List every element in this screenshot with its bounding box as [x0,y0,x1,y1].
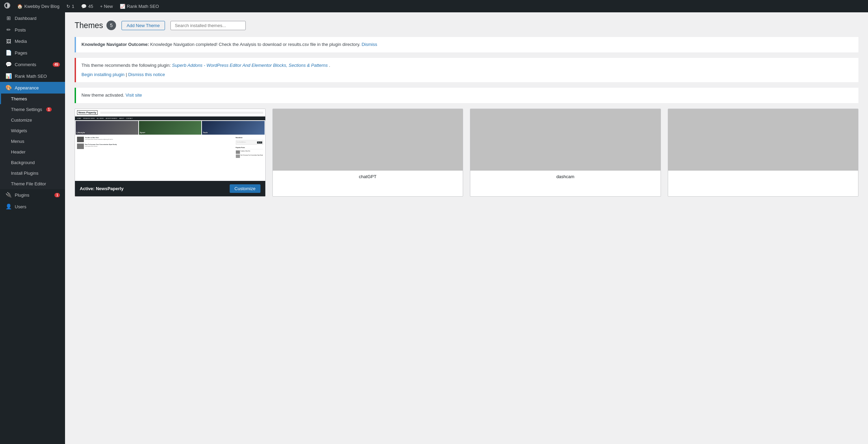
comments-icon: 💬 [81,4,87,9]
sidebar-item-install-plugins[interactable]: Install Plugins [0,168,65,178]
house-icon: 🏠 [17,4,23,9]
sidebar-item-dashboard[interactable]: ⊞ Dashboard [0,12,65,24]
posts-icon: ✏ [5,27,12,33]
comments-badge: 45 [53,62,60,67]
theme-card-newspaberly[interactable]: News Paperly HOME BREAKING NEWS ALL NEWS… [75,109,266,197]
sidebar-item-header[interactable]: Header [0,147,65,157]
add-new-theme-button[interactable]: Add New Theme [122,21,165,30]
admin-bar-new[interactable]: + New [100,4,113,9]
sidebar-item-media[interactable]: 🖼 Media [0,36,65,47]
sidebar-item-plugins[interactable]: 🔌 Plugins 1 [0,189,65,201]
sidebar-item-menus[interactable]: Menus [0,136,65,147]
np-cat-sport: Sport [139,121,202,135]
admin-bar-rank-math[interactable]: 📈 Rank Math SEO [120,4,159,9]
notice-warning: This theme recommends the following plug… [75,58,858,83]
appearance-icon: 🎨 [5,85,12,91]
theme-settings-badge: 1 [46,107,52,112]
updates-icon: ↻ [66,4,70,9]
np-article-img-1 [77,137,84,142]
theme-preview-dashcam [470,109,661,171]
np-cat-tech: Tech [202,121,265,135]
theme-card-dashcam[interactable]: dashcam [470,109,661,197]
sidebar-item-theme-settings[interactable]: Theme Settings 1 [0,104,65,115]
plugins-badge: 1 [54,193,60,197]
theme-card-empty[interactable] [668,109,859,197]
theme-name-chatgpt: chatGPT [273,171,463,183]
notice-info-dismiss-link[interactable]: Dismiss [361,42,377,47]
newspaper-preview: News Paperly HOME BREAKING NEWS ALL NEWS… [75,109,265,181]
media-icon: 🖼 [5,38,12,44]
admin-bar-comments[interactable]: 💬 45 [81,4,93,9]
users-icon: 👤 [5,204,12,210]
sidebar: ⊞ Dashboard ✏ Posts 🖼 Media 📄 Pages 💬 Co… [0,12,65,444]
search-input[interactable] [170,21,246,30]
themes-grid: News Paperly HOME BREAKING NEWS ALL NEWS… [75,109,858,197]
np-logo: News Paperly [77,110,98,115]
rank-math-icon: 📈 [120,4,125,9]
theme-preview-empty [668,109,858,171]
notice-success-visit-link[interactable]: Visit site [126,92,142,98]
sidebar-item-background[interactable]: Background [0,157,65,168]
sidebar-submenu-appearance: Themes Theme Settings 1 Customize Widget… [0,94,65,189]
dashboard-icon: ⊞ [5,15,12,21]
wp-logo-icon[interactable] [4,2,10,10]
np-article-img-2 [77,144,84,149]
sidebar-item-comments[interactable]: 💬 Comments 45 [0,59,65,70]
theme-active-label: Active: NewsPaperly [80,186,124,191]
plugins-icon: 🔌 [5,192,12,198]
themes-count-badge: 5 [106,21,116,30]
sidebar-item-users[interactable]: 👤 Users [0,201,65,212]
notice-warning-dismiss-link[interactable]: Dismiss this notice [128,72,165,77]
theme-name-empty [668,171,858,177]
notice-info: Knowledge Navigator Outcome: Knowledge N… [75,37,858,52]
sidebar-item-menus-wrapper: Menus ➜ [0,136,65,147]
pages-icon: 📄 [5,50,12,56]
sidebar-item-customize[interactable]: Customize [0,115,65,125]
np-categories: Lifestyle Sport Tech [75,120,265,135]
sidebar-item-rank-math[interactable]: 📊 Rank Math SEO [0,70,65,82]
sidebar-item-theme-file-editor[interactable]: Theme File Editor [0,178,65,189]
page-title: Themes 5 [75,21,116,30]
np-articles: Troubles in New York Lorem ipsum dolor s… [75,135,265,159]
admin-bar: 🏠 Kwebby Dev Blog ↻ 1 💬 45 + New 📈 Rank … [0,0,868,12]
notice-success: New theme activated. Visit site [75,88,858,103]
sidebar-item-posts[interactable]: ✏ Posts [0,24,65,36]
sidebar-item-appearance[interactable]: 🎨 Appearance [0,82,65,94]
rank-math-icon: 📊 [5,73,12,79]
sidebar-item-widgets[interactable]: Widgets [0,125,65,136]
sidebar-item-pages[interactable]: 📄 Pages [0,47,65,59]
admin-bar-updates[interactable]: ↻ 1 [66,4,74,9]
np-nav: HOME BREAKING NEWS ALL NEWS ADVERTISEMEN… [75,116,265,120]
main-content: Themes 5 Add New Theme Knowledge Navigat… [65,12,868,444]
comments-icon: 💬 [5,61,12,67]
theme-card-chatgpt[interactable]: chatGPT [272,109,463,197]
theme-name-dashcam: dashcam [470,171,661,183]
theme-card-footer-newspaberly: Active: NewsPaperly Customize [75,181,265,196]
theme-preview-chatgpt [273,109,463,171]
np-cat-lifestyle: Lifestyle [76,121,138,135]
notice-warning-plugin-link[interactable]: Superb Addons - WordPress Editor And Ele… [172,63,328,68]
page-header: Themes 5 Add New Theme [75,21,858,30]
notice-warning-install-link[interactable]: Begin installing plugin [81,72,125,77]
notice-info-bold: Knowledge Navigator Outcome: [81,42,149,47]
theme-customize-button[interactable]: Customize [230,184,260,193]
admin-bar-site-name[interactable]: 🏠 Kwebby Dev Blog [17,4,60,9]
theme-preview-newspaberly: News Paperly HOME BREAKING NEWS ALL NEWS… [75,109,265,181]
sidebar-item-themes[interactable]: Themes [0,94,65,104]
